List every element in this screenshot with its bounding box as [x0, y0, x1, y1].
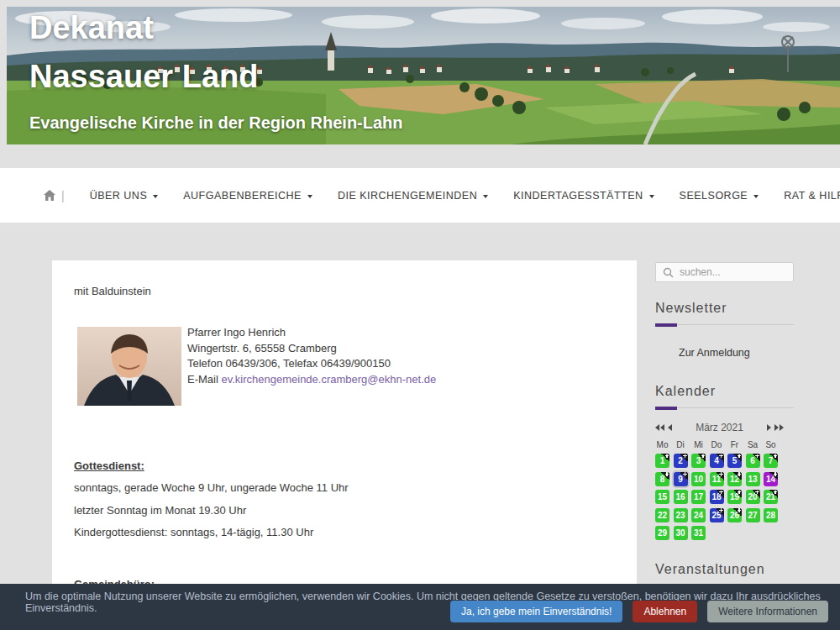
cookie-accept-button[interactable]: Ja, ich gebe mein Einverständnis! [450, 601, 622, 622]
calendar-day-1[interactable]: 1 [655, 454, 669, 468]
calendar-day-8[interactable]: 8 [655, 472, 669, 486]
calendar-day-23[interactable]: 23 [674, 508, 688, 522]
chevron-down-icon [307, 195, 312, 198]
calendar-day-2[interactable]: 2 [674, 454, 688, 468]
calendar-day-25[interactable]: 25 [710, 508, 724, 522]
day-number: 31 [694, 528, 703, 538]
nav-item-rat-hilfe[interactable]: RAT & HILFE [784, 190, 840, 202]
event-plus-badge [733, 490, 742, 498]
day-number: 23 [675, 511, 685, 520]
event-plus-badge [661, 454, 669, 462]
newsletter-signup-link[interactable]: Zur Anmeldung [679, 347, 794, 359]
calendar-day-9[interactable]: 9 [674, 472, 688, 486]
calendar-nav: März 2021 [655, 422, 784, 433]
cookie-info-button[interactable]: Weitere Informationen [707, 601, 828, 622]
events-heading: Veranstaltungen [655, 562, 794, 577]
day-number: 29 [658, 528, 667, 538]
calendar-day-15[interactable]: 15 [655, 490, 669, 504]
event-plus-badge [752, 490, 760, 498]
nav-separator: | [61, 189, 65, 202]
calendar-day-16[interactable]: 16 [674, 490, 688, 504]
heading-underline [655, 407, 794, 408]
event-plus-badge [752, 454, 760, 462]
calendar-day-24[interactable]: 24 [691, 508, 706, 522]
calendar-day-26[interactable]: 26 [727, 508, 742, 522]
calendar-day-4[interactable]: 4 [710, 454, 724, 468]
cookie-decline-button[interactable]: Ablehnen [633, 601, 697, 622]
calendar-day-11[interactable]: 11 [710, 472, 724, 486]
nav-item-über-uns[interactable]: ÜBER UNS [90, 190, 159, 202]
calendar-day-18[interactable]: 18 [710, 490, 724, 504]
day-number: 17 [694, 492, 703, 501]
email-link[interactable]: ev.kirchengemeinde.cramberg@ekhn-net.de [221, 373, 436, 386]
site-title-line2: Nassauer Land [29, 59, 258, 95]
weekday-label: So [764, 440, 778, 449]
day-number: 27 [748, 511, 757, 520]
calendar-day-17[interactable]: 17 [691, 490, 706, 504]
weekday-label: Mi [691, 440, 706, 449]
chevron-down-icon [753, 195, 759, 198]
day-number: 10 [694, 475, 703, 484]
calendar-day-27[interactable]: 27 [746, 508, 760, 522]
calendar-day-5[interactable]: 5 [727, 454, 742, 468]
calendar-day-31[interactable]: 31 [691, 526, 706, 540]
calendar-day-22[interactable]: 22 [655, 508, 669, 522]
nav-item-kindertagesstätten[interactable]: KINDERTAGESSTÄTTEN [513, 190, 654, 202]
calendar-weekdays: MoDiMiDoFrSaSo [655, 440, 784, 449]
service-heading: Gottesdienst: [74, 459, 144, 472]
prev-year-icon[interactable] [655, 424, 664, 431]
nav-item-label: ÜBER UNS [90, 190, 148, 202]
calendar-day-19[interactable]: 19 [727, 490, 742, 504]
nav-item-label: KINDERTAGESSTÄTTEN [513, 190, 643, 202]
calendar-day-20[interactable]: 20 [746, 490, 760, 504]
event-plus-badge [733, 454, 742, 462]
cookie-banner: Um die optimale Nutzung unserer Website … [0, 584, 840, 630]
content-card: mit Balduinstein Pfarrer Ingo Henrich Wi… [52, 260, 637, 630]
day-number: 28 [766, 511, 775, 520]
calendar-month-label: März 2021 [672, 422, 767, 433]
service-line: letzter Sonntag im Monat 19.30 Uhr [74, 505, 349, 516]
weekday-label: Fr [727, 440, 742, 449]
header-banner: Dekanat Nassauer Land Evangelische Kirch… [7, 7, 840, 144]
nav-item-home[interactable]: | [44, 189, 65, 202]
newsletter-heading: Newsletter [655, 301, 794, 316]
service-lines: sonntags, gerade Woche 9 Uhr, ungerade W… [74, 482, 349, 538]
weekday-label: Sa [746, 440, 760, 449]
day-number: 30 [675, 528, 685, 538]
search-box [655, 262, 794, 282]
calendar-day-10[interactable]: 10 [691, 472, 706, 486]
email-label: E-Mail [187, 373, 221, 386]
nav-item-die-kirchengemeinden[interactable]: DIE KIRCHENGEMEINDEN [338, 190, 488, 202]
calendar-day-29[interactable]: 29 [655, 526, 669, 540]
calendar-day-28[interactable]: 28 [764, 508, 778, 522]
pastor-info: Pfarrer Ingo Henrich Wingertstr. 6, 6555… [187, 325, 436, 387]
nav-item-label: RAT & HILFE [784, 190, 840, 202]
next-month-icon[interactable] [767, 424, 771, 431]
calendar-day-12[interactable]: 12 [727, 472, 742, 486]
pastor-address: Wingertstr. 6, 65558 Cramberg [187, 341, 436, 357]
calendar-widget: März 2021 MoDiMiDoFrSaSo 123456789101112… [655, 422, 784, 540]
calendar-day-21[interactable]: 21 [764, 490, 778, 504]
nav-item-seelsorge[interactable]: SEELSORGE [680, 190, 759, 202]
day-number: 24 [694, 511, 703, 520]
day-number: 13 [748, 475, 757, 484]
calendar-day-3[interactable]: 3 [691, 454, 706, 468]
home-icon [44, 190, 55, 201]
event-plus-badge [733, 508, 742, 517]
nav-item-aufgabenbereiche[interactable]: AUFGABENBEREICHE [183, 190, 312, 202]
calendar-day-7[interactable]: 7 [764, 454, 778, 468]
next-year-icon[interactable] [774, 424, 784, 431]
event-plus-badge [680, 454, 688, 462]
calendar-day-14[interactable]: 14 [764, 472, 778, 486]
calendar-day-13[interactable]: 13 [746, 472, 760, 486]
search-input[interactable] [656, 263, 793, 281]
weekday-label: Di [674, 440, 688, 449]
weekday-label: Do [710, 440, 724, 449]
main-navigation: | ÜBER UNSAUFGABENBEREICHEDIE KIRCHENGEM… [0, 168, 840, 223]
event-plus-badge [697, 454, 706, 462]
calendar-day-30[interactable]: 30 [674, 526, 688, 540]
calendar-day-6[interactable]: 6 [746, 454, 760, 468]
day-number: 22 [658, 511, 667, 520]
event-plus-badge [769, 472, 778, 480]
chevron-down-icon [153, 195, 158, 198]
